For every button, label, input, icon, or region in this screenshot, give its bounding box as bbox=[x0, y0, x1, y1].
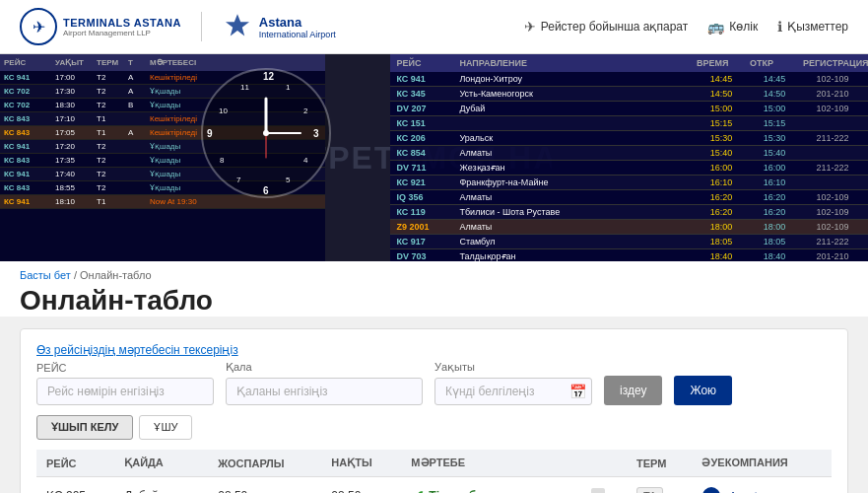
list-item: КС 15115:1515:15 bbox=[390, 116, 868, 131]
cell-terminal: T1 bbox=[627, 477, 693, 494]
search-form-row: РЕЙС Қала Уақыты 📅 іздеу Жою bbox=[36, 361, 832, 405]
city-input[interactable] bbox=[226, 378, 423, 405]
list-item: КС 206Уральск15:3015:30211-222 bbox=[390, 131, 868, 146]
svg-point-20 bbox=[702, 487, 720, 493]
svg-text:12: 12 bbox=[263, 71, 275, 82]
breadcrumb: Басты бет / Онлайн-табло bbox=[20, 269, 848, 281]
table-row: KC 205 Дубай 08:50 08:50 ✔ Тіркеу бастал… bbox=[36, 477, 832, 494]
cell-status-extra: i bbox=[580, 477, 627, 494]
breadcrumb-sep: / bbox=[74, 269, 77, 281]
table-header-row: РЕЙС ҚАЙДА ЖОСПАРЛЫ НАҚТЫ МӘРТЕБЕ ТЕРМ Ә… bbox=[36, 450, 832, 477]
arr-col-flight: РЕЙС bbox=[4, 58, 53, 67]
arr-col-term: ТЕРМ bbox=[97, 58, 126, 67]
list-item: КС 854Алматы15:4015:40 bbox=[390, 146, 868, 161]
svg-point-17 bbox=[263, 130, 269, 136]
results-table: РЕЙС ҚАЙДА ЖОСПАРЛЫ НАҚТЫ МӘРТЕБЕ ТЕРМ Ә… bbox=[36, 450, 832, 493]
astana-logo-sub: International Airport bbox=[259, 30, 336, 39]
page-title: Онлайн-табло bbox=[20, 285, 848, 317]
astana-logo-text: Astana International Airport bbox=[259, 15, 336, 39]
terminals-logo-main: TERMINALS ASTANA bbox=[63, 17, 181, 29]
svg-text:7: 7 bbox=[236, 176, 241, 184]
reset-button[interactable]: Жою bbox=[674, 376, 732, 405]
search-button[interactable]: іздеу bbox=[604, 376, 662, 405]
airline-logo: AA air astana bbox=[701, 486, 822, 493]
logo-terminals: ✈ TERMINALS ASTANA Airport Management LL… bbox=[20, 8, 181, 45]
cell-airline: AA air astana bbox=[692, 477, 832, 494]
list-item: КС 921Франкфурт-на-Майне16:1016:10 bbox=[390, 176, 868, 190]
col-scheduled-header: ЖОСПАРЛЫ bbox=[208, 450, 321, 477]
breadcrumb-home[interactable]: Басты бет bbox=[20, 269, 71, 281]
status-badge: ✔ Тіркеу басталды bbox=[411, 487, 569, 494]
nav-registry[interactable]: ✈ Рейстер бойынша ақпарат bbox=[524, 19, 688, 35]
calendar-icon: 📅 bbox=[569, 384, 586, 399]
svg-text:6: 6 bbox=[263, 185, 269, 196]
dep-col-time: ВРЕМЯ bbox=[697, 58, 746, 68]
svg-text:5: 5 bbox=[286, 176, 291, 184]
time-input[interactable] bbox=[434, 378, 592, 405]
list-item: IQ 356Алматы16:2016:20102-109 bbox=[390, 190, 868, 205]
list-item: КС 345Усть-Каменогорск14:5014:50201-210 bbox=[390, 87, 868, 102]
svg-text:11: 11 bbox=[240, 83, 249, 92]
header-nav: ✈ Рейстер бойынша ақпарат 🚌 Көлік ℹ Қызм… bbox=[524, 19, 848, 35]
clock-svg: 12 3 6 9 11 10 1 2 4 5 8 7 bbox=[197, 64, 335, 202]
flight-icon: ✈ bbox=[524, 19, 536, 35]
time-label: Уақыты bbox=[434, 361, 592, 374]
nav-transport[interactable]: 🚌 Көлік bbox=[707, 19, 758, 35]
svg-text:2: 2 bbox=[303, 106, 308, 115]
list-item: Z9 2001Алматы18:0018:00102-109 bbox=[390, 220, 868, 235]
time-field-group: Уақыты 📅 bbox=[434, 361, 592, 405]
dep-col-open: ОТКР bbox=[750, 58, 799, 68]
astana-logo-icon bbox=[222, 11, 253, 42]
arr-col-t: Т bbox=[128, 58, 148, 67]
col-status-header: МӘРТЕБЕ bbox=[401, 450, 579, 477]
search-form: Өз рейсіңіздің мәртебесін тексеріңіз РЕЙ… bbox=[20, 328, 848, 493]
list-item: КС 917Стамбул18:0518:05211-222 bbox=[390, 235, 868, 249]
city-field-group: Қала bbox=[226, 361, 423, 405]
cell-dest: Дубай bbox=[114, 477, 208, 494]
col-dest-header: ҚАЙДА bbox=[114, 450, 208, 477]
page-subtitle[interactable]: Өз рейсіңіздің мәртебесін тексеріңіз bbox=[36, 343, 832, 357]
nav-services[interactable]: ℹ Қызметтер bbox=[777, 19, 848, 35]
svg-marker-0 bbox=[226, 14, 249, 35]
cell-scheduled: 08:50 bbox=[208, 477, 321, 494]
cell-actual: 08:50 bbox=[321, 477, 401, 494]
tab-row: ҰШЫП КЕЛУ ҰШУ bbox=[36, 415, 832, 440]
info-icon: ℹ bbox=[777, 19, 782, 35]
bus-icon: 🚌 bbox=[707, 19, 724, 35]
flight-field-group: РЕЙС bbox=[36, 362, 214, 405]
col-terminal-header: ТЕРМ bbox=[627, 450, 693, 477]
status-text: Тіркеу басталды bbox=[429, 489, 526, 493]
arr-col-time: УАҚЫТ bbox=[55, 58, 95, 67]
svg-text:9: 9 bbox=[207, 128, 213, 139]
terminals-logo-text: TERMINALS ASTANA Airport Management LLP bbox=[63, 17, 181, 37]
nav-services-label: Қызметтер bbox=[787, 20, 848, 34]
cell-status: ✔ Тіркеу басталды bbox=[401, 477, 579, 494]
logo-divider bbox=[201, 12, 202, 41]
col-flight-header: РЕЙС bbox=[36, 450, 114, 477]
departures-board: РЕЙС НАПРАВЛЕНИЕ ВРЕМЯ ОТКР РЕГИСТРАЦИЯ … bbox=[390, 54, 868, 261]
breadcrumb-current: Онлайн-табло bbox=[80, 269, 152, 281]
terminal-badge: T1 bbox=[636, 487, 663, 493]
terminals-logo-icon: ✈ bbox=[20, 8, 57, 45]
check-icon: ✔ bbox=[411, 487, 424, 494]
tab-arrival[interactable]: ҰШЫП КЕЛУ bbox=[36, 415, 133, 440]
page-header: Басты бет / Онлайн-табло Онлайн-табло bbox=[0, 261, 868, 317]
svg-rect-18 bbox=[591, 488, 605, 494]
cell-flight: KC 205 bbox=[36, 477, 114, 494]
terminals-logo-sub: Airport Management LLP bbox=[63, 29, 181, 37]
logo-astana: Astana International Airport bbox=[222, 11, 336, 42]
info-small-icon: i bbox=[590, 487, 606, 494]
flight-label: РЕЙС bbox=[36, 362, 214, 374]
svg-text:10: 10 bbox=[219, 106, 228, 115]
list-item: DV 703Талдықорған18:4018:40201-210 bbox=[390, 249, 868, 261]
list-item: DV 711Жезқазған16:0016:00211-222 bbox=[390, 161, 868, 176]
nav-registry-label: Рейстер бойынша ақпарат bbox=[541, 20, 688, 34]
tab-departure[interactable]: ҰШУ bbox=[139, 415, 192, 440]
main-content: Өз рейсіңіздің мәртебесін тексеріңіз РЕЙ… bbox=[0, 317, 868, 493]
svg-text:4: 4 bbox=[303, 156, 308, 165]
flight-input[interactable] bbox=[36, 378, 214, 405]
dep-col-reg: РЕГИСТРАЦИЯ bbox=[803, 58, 862, 68]
city-label: Қала bbox=[226, 361, 423, 374]
svg-text:8: 8 bbox=[220, 156, 225, 165]
header: ✈ TERMINALS ASTANA Airport Management LL… bbox=[0, 0, 868, 54]
